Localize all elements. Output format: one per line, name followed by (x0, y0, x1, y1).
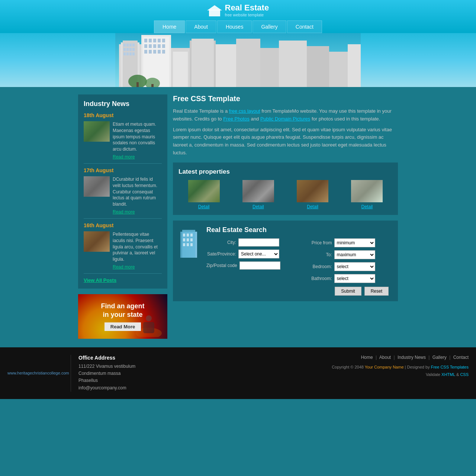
svg-rect-42 (329, 52, 348, 87)
read-more-3[interactable]: Read more (113, 264, 135, 270)
zip-row: Zip/Postal code (206, 261, 297, 270)
footer-nav-gallery[interactable]: Gallery (432, 355, 447, 360)
submit-button[interactable]: Submit (335, 287, 361, 296)
svg-rect-40 (279, 41, 307, 87)
nav-about[interactable]: About (186, 20, 216, 33)
free-css-layout-link[interactable]: free css layout (229, 108, 260, 114)
svg-rect-57 (187, 238, 189, 241)
svg-rect-26 (158, 44, 161, 48)
search-box: Real Estate Search City: Sate/Province: … (173, 221, 398, 301)
properties-grid: Detail Detail Detail Detail (178, 180, 392, 209)
property-thumb-2 (242, 180, 274, 202)
view-all-posts[interactable]: View All Posts (84, 277, 116, 283)
bathroom-select[interactable]: select 1 2 3 (334, 274, 375, 283)
footer-address-title: Office Address (78, 355, 270, 361)
nav-contact[interactable]: Contact (287, 20, 322, 33)
nav-houses[interactable]: Houses (217, 20, 252, 33)
building-icon (178, 228, 199, 258)
footer-css-link[interactable]: CSS (460, 372, 469, 377)
footer-xhtml-link[interactable]: XHTML (441, 372, 455, 377)
reset-button[interactable]: Reset (364, 287, 389, 296)
footer-address-text: 111/222 Vivamus vestibulum Condimentum m… (78, 363, 270, 392)
svg-rect-30 (153, 50, 156, 54)
svg-rect-39 (260, 48, 279, 87)
divider-3 (84, 273, 162, 274)
svg-rect-31 (158, 50, 161, 54)
price-from-row: Price from minimum 100000 200000 (302, 238, 393, 247)
hero-banner (0, 33, 476, 87)
state-row: Sate/Province: Select one... California … (206, 250, 297, 258)
price-to-select[interactable]: maximum 500000 1000000 (334, 250, 375, 259)
footer-template-link[interactable]: Free CSS Templates (431, 365, 469, 369)
news-text-1: Etiam et metus quam. Maecenas egestas ip… (113, 121, 162, 152)
public-domain-link[interactable]: Public Domain Pictures (260, 116, 310, 122)
bedroom-select[interactable]: select 1 2 3 (334, 262, 375, 271)
search-grid: City: Sate/Province: Select one... Calif… (206, 238, 392, 283)
read-more-1[interactable]: Read more (113, 154, 135, 160)
free-photos-link[interactable]: Free Photos (223, 116, 250, 122)
svg-rect-14 (129, 52, 132, 55)
svg-rect-46 (136, 82, 139, 87)
read-more-2[interactable]: Read more (113, 209, 135, 215)
property-item-2: Detail (233, 180, 283, 209)
agent-line1: Find an agent (101, 302, 145, 310)
svg-rect-59 (183, 243, 185, 246)
svg-rect-24 (149, 44, 152, 48)
svg-rect-38 (236, 39, 260, 87)
main-content: Industry News 18th August Etiam et metus… (71, 87, 405, 347)
zip-label: Zip/Postal code (206, 263, 237, 268)
city-skyline-svg (115, 33, 361, 87)
footer-nav-about[interactable]: About (379, 355, 391, 360)
bathroom-row: Bathroom: select 1 2 3 (302, 274, 393, 283)
intro-paragraph-2: Lorem ipsum dolor sit amet, consectetur … (173, 126, 398, 157)
nav-home[interactable]: Home (154, 20, 185, 33)
footer-nav-contact[interactable]: Contact (453, 355, 469, 360)
logo-subtitle: free website template (225, 13, 264, 17)
industry-news-title: Industry News (84, 100, 162, 108)
agent-line2: in your state (103, 311, 142, 318)
state-select[interactable]: Select one... California Texas Florida N… (238, 250, 279, 258)
news-thumb-2 (84, 176, 110, 197)
news-item-2: DCurabitur id felis id velit luctus ferm… (84, 176, 162, 215)
divider-1 (84, 163, 162, 164)
property-detail-2[interactable]: Detail (253, 204, 264, 209)
search-icon-col (178, 226, 201, 296)
svg-rect-27 (162, 44, 165, 48)
header: Real Estate free website template Home A… (0, 0, 476, 33)
svg-rect-55 (190, 234, 193, 237)
svg-rect-10 (129, 48, 132, 51)
footer-nav-industry-news[interactable]: Industry News (398, 355, 426, 360)
zip-input[interactable] (239, 261, 280, 270)
svg-rect-61 (190, 243, 193, 246)
footer-right-col: Home | About | Industry News | Gallery |… (277, 355, 469, 392)
property-item-3: Detail (287, 180, 338, 209)
svg-rect-19 (149, 39, 152, 42)
nav-gallery[interactable]: Gallery (253, 20, 286, 33)
svg-rect-37 (216, 44, 236, 87)
footer-nav-home[interactable]: Home (361, 355, 373, 360)
city-input[interactable] (238, 238, 279, 247)
svg-rect-5 (126, 44, 129, 46)
footer-company-name[interactable]: Your Company Name (365, 365, 404, 369)
price-to-label: To: (302, 252, 332, 257)
svg-rect-53 (183, 234, 185, 237)
property-detail-3[interactable]: Detail (307, 204, 318, 209)
divider-2 (84, 218, 162, 219)
price-from-label: Price from (302, 240, 332, 245)
latest-properties-box: Latest properties Detail Detail Detail D… (173, 163, 398, 215)
property-detail-4[interactable]: Detail (361, 204, 373, 209)
news-date-2: 17th August (84, 167, 162, 173)
svg-rect-4 (123, 44, 126, 46)
property-detail-1[interactable]: Detail (198, 204, 210, 209)
price-from-select[interactable]: minimum 100000 200000 (334, 238, 375, 247)
svg-rect-8 (123, 48, 126, 51)
news-date-1: 18th August (84, 112, 162, 118)
svg-rect-36 (192, 39, 214, 87)
svg-rect-25 (153, 44, 156, 48)
property-thumb-4 (351, 180, 383, 202)
city-row: City: (206, 238, 297, 247)
property-item-1: Detail (178, 180, 229, 209)
bedroom-row: Bedroom: select 1 2 3 (302, 262, 393, 271)
agent-read-more-button[interactable]: Read More (104, 322, 141, 331)
svg-rect-32 (162, 50, 165, 54)
